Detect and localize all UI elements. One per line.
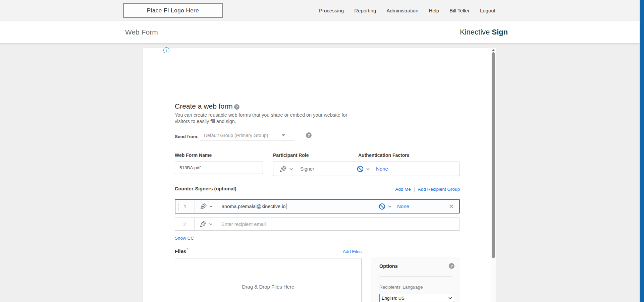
- drag-handle-icon[interactable]: [177, 202, 179, 211]
- form-title-help-icon[interactable]: ?: [234, 104, 239, 110]
- screen: Place FI Logo Here Processing Reporting …: [0, 0, 644, 302]
- recipients-language-value: English: US: [382, 296, 448, 301]
- file-dropzone[interactable]: Drag & Drop Files Here: [175, 258, 362, 302]
- create-web-form-panel: Create a web form ? You can create reusa…: [143, 48, 491, 302]
- nav-item-user-bill-teller[interactable]: Bill Teller: [449, 8, 470, 13]
- authentication-factors-dropdown[interactable]: None: [357, 162, 388, 176]
- pen-nib-icon: [199, 220, 207, 228]
- row-divider: [195, 200, 195, 213]
- recipient-email-input[interactable]: [221, 222, 460, 227]
- authentication-factors-value[interactable]: None: [376, 166, 388, 172]
- scrollbar-up-arrow[interactable]: [492, 49, 495, 51]
- send-from-label: Send from:: [175, 134, 199, 139]
- files-label-text: Files: [175, 248, 186, 254]
- recipient-index: 2: [175, 221, 194, 227]
- recipient-role-dropdown[interactable]: [199, 202, 213, 210]
- files-header-row: Files* Add Files: [175, 247, 362, 254]
- recipients-language-select[interactable]: English: US: [379, 294, 454, 302]
- remove-recipient-button[interactable]: ✕: [446, 200, 457, 213]
- recipient-email-text: anoma.premalal@kinective.io: [222, 204, 285, 209]
- web-form-name-input[interactable]: [175, 162, 263, 174]
- options-title: Options: [379, 263, 398, 269]
- add-me-link[interactable]: Add Me: [395, 187, 411, 192]
- page-title: Web Form: [125, 21, 158, 43]
- fi-logo-text: Place FI Logo Here: [147, 7, 199, 14]
- brand-name: Kinective: [460, 28, 490, 37]
- form-title: Create a web form: [175, 102, 233, 110]
- fi-logo-placeholder: Place FI Logo Here: [123, 3, 223, 18]
- scrollbar-thumb[interactable]: [492, 52, 495, 258]
- chevron-down-icon: [448, 297, 452, 299]
- block-none-icon: [378, 203, 386, 210]
- participant-role-dropdown[interactable]: [279, 162, 293, 176]
- page-header: Web Form i Kinective Sign: [0, 21, 640, 43]
- nav-item-logout[interactable]: Logout: [480, 8, 495, 13]
- recipient-role-dropdown[interactable]: [199, 220, 212, 228]
- show-cc-link[interactable]: Show CC: [175, 236, 194, 241]
- recipient-auth-value[interactable]: None: [397, 203, 409, 209]
- required-asterisk: *: [186, 247, 188, 252]
- send-from-help-icon[interactable]: ?: [306, 132, 312, 138]
- chevron-down-icon: [282, 134, 285, 136]
- chevron-down-icon: [366, 168, 370, 170]
- dropzone-text: Drag & Drop Files Here: [242, 284, 294, 290]
- chevron-down-icon: [289, 168, 293, 170]
- chevron-down-icon: [209, 205, 213, 207]
- nav-item-help[interactable]: Help: [429, 8, 439, 13]
- row-divider: [194, 218, 195, 230]
- links-divider: [414, 187, 415, 192]
- recipient-row-2: 2: [175, 218, 460, 231]
- chevron-down-icon: [388, 205, 391, 207]
- files-label: Files*: [175, 247, 188, 254]
- top-bar: Place FI Logo Here Processing Reporting …: [0, 0, 640, 21]
- block-none-icon: [357, 165, 364, 173]
- counter-signers-links: Add Me Add Recipient Group: [175, 187, 460, 192]
- send-from-select[interactable]: Default Group (Primary Group): [200, 130, 294, 141]
- text-cursor: [286, 203, 286, 209]
- pen-nib-icon: [279, 165, 287, 173]
- desktop-edge-strip: [640, 0, 644, 302]
- participant-role-box: Signer None: [273, 162, 460, 176]
- form-description: You can create reusable web forms that y…: [175, 112, 353, 125]
- nav-item-reporting[interactable]: Reporting: [354, 8, 376, 13]
- chevron-down-icon: [209, 223, 212, 225]
- recipient-email-field[interactable]: anoma.premalal@kinective.io: [222, 203, 286, 209]
- options-divider: [379, 276, 452, 277]
- authentication-factors-label: Authentication Factors: [358, 153, 409, 158]
- web-form-name-label: Web Form Name: [175, 153, 212, 158]
- add-recipient-group-link[interactable]: Add Recipient Group: [418, 187, 460, 192]
- recipients-language-label: Recipients' Language: [379, 285, 423, 290]
- options-panel: Options ? Recipients' Language English: …: [371, 257, 460, 302]
- recipient-auth-dropdown[interactable]: None: [378, 200, 409, 213]
- info-icon[interactable]: i: [163, 47, 169, 53]
- nav-item-administration[interactable]: Administration: [386, 8, 418, 13]
- brand-suffix: Sign: [492, 28, 508, 37]
- send-from-value: Default Group (Primary Group): [204, 133, 282, 138]
- add-files-link[interactable]: Add Files: [343, 249, 362, 254]
- participant-role-label: Participant Role: [273, 153, 309, 158]
- participant-role-value: Signer: [300, 162, 314, 176]
- pen-nib-icon: [199, 202, 207, 210]
- options-help-icon[interactable]: ?: [449, 263, 454, 269]
- nav-item-processing[interactable]: Processing: [319, 8, 344, 13]
- main-nav: Processing Reporting Administration Help…: [319, 0, 495, 21]
- recipient-row-1: 1 anoma.premalal@kinective: [175, 199, 460, 214]
- kinective-sign-logo: Kinective Sign: [460, 21, 508, 43]
